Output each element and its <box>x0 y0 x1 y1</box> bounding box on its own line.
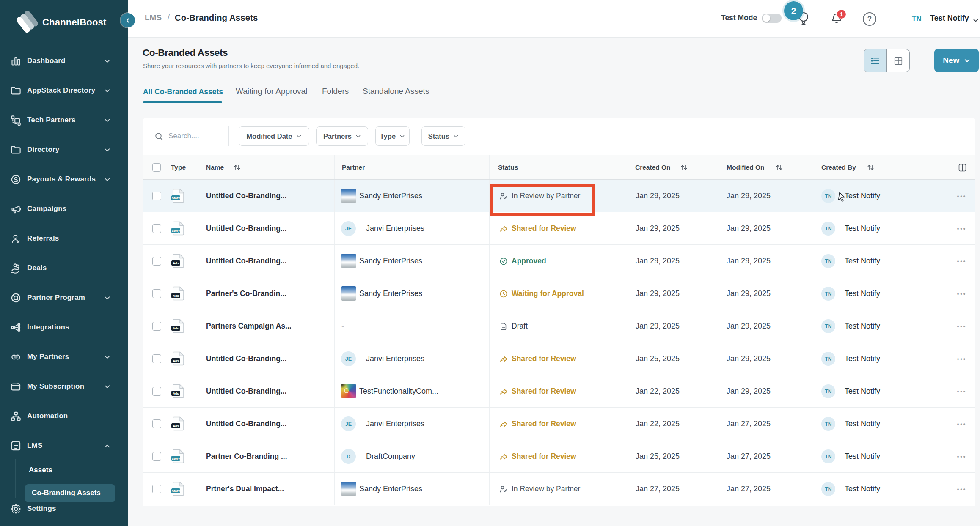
svg-text:Ads: Ads <box>173 424 179 428</box>
svg-text:Story: Story <box>172 489 180 493</box>
svg-text:Ads: Ads <box>173 326 179 330</box>
svg-text:Ads: Ads <box>173 261 179 265</box>
svg-text:Ads: Ads <box>173 359 179 363</box>
svg-text:Story: Story <box>172 196 180 200</box>
svg-text:Ads: Ads <box>173 392 179 395</box>
svg-text:Ads: Ads <box>173 294 179 298</box>
svg-text:Story: Story <box>172 457 180 460</box>
svg-text:Story: Story <box>172 229 180 233</box>
